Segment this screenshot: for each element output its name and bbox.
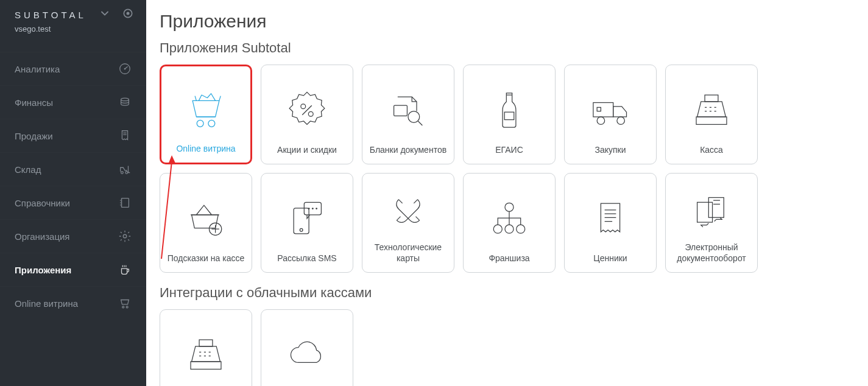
card-doc-templates[interactable]: Бланки документов — [362, 65, 454, 164]
card-label: Бланки документов — [370, 145, 446, 156]
nav: Аналитика Финансы Продажи Склад Справочн… — [0, 52, 146, 320]
target-icon[interactable] — [122, 7, 134, 22]
svg-point-6 — [125, 172, 128, 174]
price-receipt-icon — [570, 184, 651, 253]
svg-point-35 — [505, 225, 513, 233]
card-label: Ценники — [593, 253, 627, 264]
svg-point-28 — [300, 229, 303, 232]
svg-point-23 — [617, 117, 624, 124]
card-purchases[interactable]: Закупки — [564, 65, 657, 164]
card-cash-register[interactable]: Касса — [665, 65, 758, 164]
svg-point-8 — [120, 200, 121, 201]
sidebar-item-directories[interactable]: Справочники — [0, 186, 146, 219]
svg-rect-39 — [199, 340, 213, 346]
forklift-icon — [118, 163, 132, 176]
svg-point-1 — [127, 12, 130, 15]
svg-point-30 — [308, 208, 310, 209]
svg-point-3 — [124, 68, 126, 70]
sidebar-item-analytics[interactable]: Аналитика — [0, 52, 146, 85]
svg-point-19 — [408, 111, 420, 123]
doc-search-icon — [367, 76, 449, 145]
page-title: Приложения — [160, 11, 855, 32]
basket-plus-icon — [165, 184, 247, 253]
card-label: Франшиза — [489, 253, 529, 264]
receipt-icon — [118, 129, 132, 142]
gear-icon — [118, 230, 132, 243]
svg-rect-7 — [122, 198, 129, 208]
nav-label: Организация — [15, 231, 69, 242]
cards-section-0: Online витрина Акции и скидки Бланки док… — [160, 65, 855, 273]
card-cloud-cash-registers[interactable]: Облачные кассы — [160, 309, 252, 386]
svg-rect-18 — [394, 105, 408, 116]
cash-register-icon — [671, 76, 752, 145]
section-title: Интеграции с облачными кассами — [160, 285, 855, 301]
brand-title: SUBTOTAL — [15, 10, 86, 20]
truck-icon — [570, 76, 651, 145]
svg-point-17 — [308, 112, 313, 117]
sidebar-item-warehouse[interactable]: Склад — [0, 152, 146, 186]
chevron-down-icon[interactable] — [99, 7, 111, 22]
svg-point-11 — [123, 234, 127, 238]
card-online-storefront[interactable]: Online витрина — [160, 65, 252, 164]
card-label: Электронный документооборот — [671, 242, 752, 264]
card-label: ЕГАИС — [495, 145, 523, 156]
card-ofd[interactable]: ОФД — [261, 309, 353, 386]
svg-point-31 — [312, 208, 314, 209]
sidebar: SUBTOTAL vsego.test Аналитика Финансы Пр… — [0, 0, 146, 386]
cart-icon — [118, 297, 132, 310]
card-edoc[interactable]: Электронный документооборот — [665, 173, 758, 273]
nav-label: Приложения — [15, 265, 71, 275]
svg-point-15 — [208, 121, 215, 127]
card-label: Закупки — [595, 145, 626, 156]
nav-label: Справочники — [15, 198, 70, 208]
sidebar-header: SUBTOTAL — [0, 0, 146, 24]
card-label: Касса — [700, 145, 723, 156]
svg-rect-40 — [191, 362, 221, 369]
svg-point-4 — [121, 98, 129, 101]
svg-rect-27 — [294, 208, 309, 234]
card-label: Рассылка SMS — [277, 253, 336, 264]
svg-point-32 — [316, 208, 317, 209]
section-title: Приложения Subtotal — [160, 40, 855, 56]
nav-label: Аналитика — [15, 64, 60, 74]
sidebar-item-sales[interactable]: Продажи — [0, 119, 146, 152]
sms-icon — [266, 184, 348, 253]
svg-point-10 — [120, 205, 121, 205]
card-sms[interactable]: Рассылка SMS — [261, 173, 353, 273]
svg-point-34 — [493, 225, 502, 233]
cash-register-icon — [165, 321, 247, 386]
sidebar-item-online-storefront[interactable]: Online витрина — [0, 286, 146, 320]
gauge-icon — [118, 62, 132, 75]
nav-label: Online витрина — [15, 298, 78, 309]
card-label: Технологические карты — [367, 242, 449, 264]
cards-section-1: Облачные кассы ОФД — [160, 309, 855, 386]
svg-rect-21 — [593, 103, 613, 117]
card-label: Online витрина — [176, 144, 235, 155]
main-content: Приложения Приложения Subtotal Online ви… — [146, 0, 868, 386]
card-egais[interactable]: ЕГАИС — [463, 65, 556, 164]
cloud-icon — [266, 321, 348, 386]
wrench-cross-icon — [367, 184, 449, 242]
svg-rect-25 — [696, 117, 727, 124]
card-tech-cards[interactable]: Технологические карты — [362, 173, 454, 273]
svg-rect-24 — [705, 95, 718, 102]
card-cashier-hints[interactable]: Подсказки на кассе — [160, 173, 252, 273]
card-franchise[interactable]: Франшиза — [463, 173, 556, 273]
svg-point-33 — [505, 203, 513, 212]
svg-point-13 — [126, 306, 128, 308]
bottle-icon — [468, 76, 550, 145]
sidebar-item-organization[interactable]: Организация — [0, 219, 146, 253]
sidebar-item-apps[interactable]: Приложения — [0, 253, 146, 286]
svg-point-36 — [517, 225, 525, 233]
username: vsego.test — [0, 24, 146, 44]
card-price-tags[interactable]: Ценники — [564, 173, 657, 273]
card-promotions[interactable]: Акции и скидки — [261, 65, 353, 164]
svg-point-16 — [301, 104, 306, 109]
svg-point-14 — [197, 121, 203, 127]
nav-label: Склад — [15, 164, 41, 175]
coins-icon — [118, 96, 132, 109]
sidebar-item-finance[interactable]: Финансы — [0, 85, 146, 119]
cart-icon — [166, 77, 245, 144]
network-icon — [468, 184, 550, 253]
nav-label: Финансы — [15, 97, 53, 108]
